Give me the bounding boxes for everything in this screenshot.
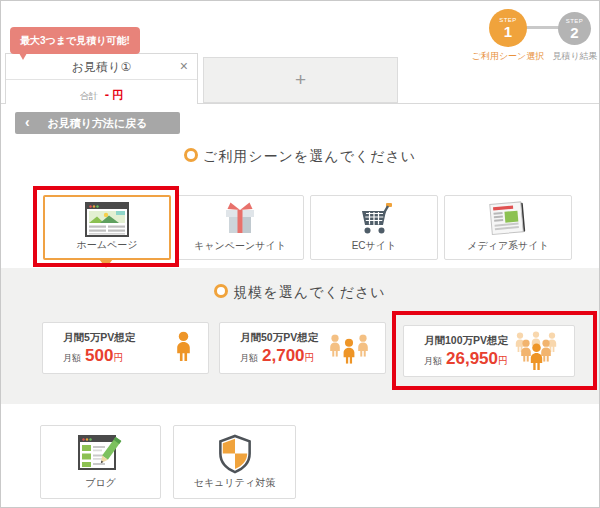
scale-card-price: 月額26,950円 [424, 349, 508, 369]
scale-card-50k-pv[interactable]: 月間5万PV想定 月額500円 [42, 322, 209, 374]
step-2-number: 2 [570, 25, 578, 40]
scene-card-ec[interactable]: ECサイト [310, 195, 438, 260]
three-people-icon [327, 332, 371, 364]
tab-estimate-1-title: お見積り① [72, 60, 131, 74]
scale-card-price: 月額2,700円 [240, 346, 315, 366]
orange-bullet-icon [184, 148, 198, 162]
shield-icon [216, 434, 254, 478]
step-2-label: 見積り結果 [540, 50, 600, 63]
back-button-label: お見積り方法に戻る [47, 117, 147, 129]
scene-card-label: ホームページ [45, 238, 169, 252]
scene-card-media[interactable]: メディア系サイト [444, 195, 572, 260]
step-2-circle: STEP 2 [558, 12, 591, 45]
scale-section-heading: 規模を選んでください [0, 284, 600, 302]
total-unit: 円 [112, 89, 123, 101]
scale-card-title: 月間5万PV想定 [63, 331, 135, 345]
scene-section-heading: ご利用シーンを選んでください [0, 148, 600, 166]
extra-card-label: セキュリティ対策 [174, 476, 295, 490]
back-to-method-button[interactable]: ‹ お見積り方法に戻る [15, 112, 180, 134]
scene-card-label: ECサイト [311, 239, 437, 253]
scale-card-title: 月間50万PV想定 [240, 331, 318, 345]
add-estimate-tab[interactable]: + [203, 57, 398, 103]
step-1-number: 1 [504, 24, 512, 39]
extra-card-label: ブログ [41, 476, 160, 490]
cart-icon [353, 201, 395, 240]
step-1-circle: STEP 1 [489, 9, 527, 47]
crowd-icon [512, 332, 560, 370]
close-tab-icon[interactable]: × [180, 54, 188, 79]
scale-card-price: 月額500円 [63, 346, 123, 366]
scene-card-homepage[interactable]: ホームページ [43, 195, 171, 260]
total-value: - [105, 87, 109, 102]
scale-card-500k-pv[interactable]: 月間50万PV想定 月額2,700円 [219, 322, 386, 374]
tab-estimate-1[interactable]: お見積り① × 合計-円 [5, 53, 198, 104]
homepage-icon [85, 202, 129, 241]
newspaper-icon [487, 201, 529, 240]
extra-card-security[interactable]: セキュリティ対策 [173, 425, 296, 499]
single-person-icon [173, 331, 194, 365]
tab-total-row: 合計-円 [6, 80, 197, 105]
scale-card-1m-pv[interactable]: 月間100万PV想定 月額26,950円 [403, 325, 575, 377]
extra-card-blog[interactable]: ブログ [40, 425, 161, 499]
chevron-left-icon: ‹ [25, 112, 30, 133]
plus-icon: + [295, 69, 306, 90]
scale-card-title: 月間100万PV想定 [424, 334, 508, 348]
orange-bullet-icon [214, 284, 228, 298]
scene-card-label: キャンペーンサイト [177, 239, 303, 253]
scene-card-campaign[interactable]: キャンペーンサイト [176, 195, 304, 260]
total-label: 合計 [80, 91, 98, 101]
selected-pointer-icon [99, 259, 113, 268]
blog-icon [78, 434, 124, 478]
scene-card-label: メディア系サイト [445, 239, 571, 253]
max-estimates-badge: 最大3つまで見積り可能! [10, 27, 140, 54]
gift-icon [220, 201, 260, 240]
